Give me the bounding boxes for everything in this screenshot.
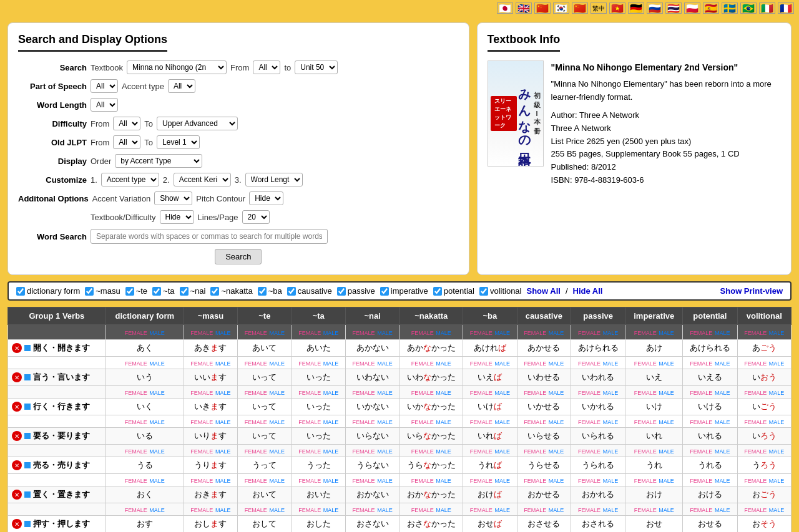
flag-th[interactable]: 🇹🇭 [665,2,682,14]
search-button[interactable]: Search [215,249,262,264]
checkbox-dictionary-form[interactable]: dictionary form [16,286,80,296]
cell-te: いって [238,428,292,445]
jlpt-to-select[interactable]: Level 1 [157,135,200,149]
additional-row: Additonal Options Accent Variation Show … [18,191,459,205]
textbook-publisher: Three A Network [551,122,781,135]
checkbox-bar: dictionary form ~masu ~te ~ta ~nai ~naka… [7,281,792,301]
remove-row-button[interactable]: ✕ [12,372,22,382]
col-group: Group 1 Verbs [8,307,106,325]
checkbox-potential[interactable]: potential [433,286,474,296]
col-nakatta: ~nakatta [400,307,463,325]
flag-de[interactable]: 🇩🇪 [628,2,644,14]
flag-kr[interactable]: 🇰🇷 [553,2,569,14]
textbook-desc: "Minna No Nihongo Elementary" has been r… [551,78,781,104]
table-row-gender: FEMALE MALEFEMALE MALEFEMALE MALEFEMALE … [8,445,792,457]
pos-label: Part of Speech [18,82,87,91]
verb-table: Group 1 Verbs dictionary form ~masu ~te … [7,307,792,532]
tb-diff-select[interactable]: Hide [160,210,194,224]
flag-fr[interactable]: 🇫🇷 [778,2,794,14]
flag-se[interactable]: 🇸🇪 [722,2,738,14]
remove-row-button[interactable]: ✕ [12,431,22,441]
word-search-row: Word Search [18,229,459,244]
flag-pl[interactable]: 🇵🇱 [684,2,700,14]
checkbox-volitional[interactable]: volitional [479,286,522,296]
cell-ta: おいた [292,486,345,503]
cell-te: あいて [238,340,292,357]
checkbox-nai[interactable]: ~nai [180,286,206,296]
diff-from-select[interactable]: All [113,117,140,130]
flag-tw[interactable]: 繁中 [591,2,607,14]
show-print-link[interactable]: Show Print-view [720,286,783,296]
cell-dict: いう [105,369,184,386]
cust3-select[interactable]: Word Lengt [245,173,303,186]
checkbox-ba[interactable]: ~ba [258,286,282,296]
cell-ta: いった [292,399,345,415]
verb-table-body: ✕ 開く・開きます あくあきますあいてあいたあかないあかなかったあければあかせる… [8,340,792,533]
flag-cn2[interactable]: 🇨🇳 [572,2,588,14]
cell-passive: いかれる [571,399,625,415]
cell-nai: おさない [345,516,399,533]
checkbox-ta[interactable]: ~ta [152,286,174,296]
word-search-label: Word Search [18,232,87,241]
remove-row-button[interactable]: ✕ [12,519,22,529]
order-label: Order [91,157,111,166]
word-length-select[interactable]: All [91,98,118,112]
remove-row-button[interactable]: ✕ [12,460,22,470]
flag-vn[interactable]: 🇻🇳 [609,2,625,14]
jlpt-from-select[interactable]: All [113,135,140,149]
checkbox-te[interactable]: ~te [125,286,147,296]
cust-1-label: 1. [91,175,97,185]
table-row-gender: FEMALE MALEFEMALE MALEFEMALE MALEFEMALE … [8,503,792,516]
cust1-select[interactable]: Accent type [101,173,159,186]
checkbox-imperative[interactable]: imperative [380,286,428,296]
flag-gb[interactable]: 🇬🇧 [516,2,532,14]
word-search-input[interactable] [91,229,328,244]
additional-label: Additonal Options [18,194,89,203]
flag-br[interactable]: 🇧🇷 [740,2,757,14]
checkbox-passive[interactable]: passive [337,286,375,296]
flag-it[interactable]: 🇮🇹 [759,2,775,14]
flag-jp[interactable]: 🇯🇵 [497,2,513,14]
remove-row-button[interactable]: ✕ [12,402,22,412]
checkbox-masu[interactable]: ~masu [85,286,120,296]
accent-type-label: Accent type [122,82,164,91]
row-indicator [24,521,31,527]
accent-var-select[interactable]: Show [154,191,192,205]
remove-row-button[interactable]: ✕ [12,490,22,500]
cell-dict: おす [105,516,184,533]
pitch-select[interactable]: Hide [249,191,283,205]
cell-ta: おした [292,516,345,533]
show-all-link[interactable]: Show All [527,286,561,296]
pos-select[interactable]: All [91,79,118,93]
diff-to-select[interactable]: Upper Advanced [157,117,238,130]
accent-type-select[interactable]: All [168,79,195,93]
checkbox-causative[interactable]: causative [287,286,332,296]
hide-all-link[interactable]: Hide All [573,286,603,296]
lines-select[interactable]: 20 [242,210,270,224]
cell-nai: いらない [345,428,399,445]
from-select[interactable]: All [253,60,280,74]
verb-group-label: 売る・売ります [33,460,90,471]
cell-ba: あければ [463,340,517,357]
flag-ru[interactable]: 🇷🇺 [647,2,663,14]
col-te: ~te [238,307,292,325]
cust2-select[interactable]: Accent Keri [174,173,231,186]
flag-cn[interactable]: 🇨🇳 [534,2,551,14]
remove-row-button[interactable]: ✕ [12,343,22,353]
cell-imperative: いれ [625,428,683,445]
cell-volitional: いごう [737,399,792,415]
cell-nakatta: いかなかった [400,399,463,415]
cell-potential: あけられる [683,340,737,357]
flag-es[interactable]: 🇪🇸 [703,2,719,14]
cell-causative: いわせる [517,369,571,386]
checkbox-nakatta[interactable]: ~nakatta [210,286,252,296]
order-select[interactable]: by Accent Type [115,154,202,168]
cell-masu: うります [184,457,237,474]
verb-group-label: 開く・開きます [33,342,90,354]
cell-imperative: おけ [625,486,683,503]
cell-te: いって [238,399,292,415]
textbook-select[interactable]: Minna no Nihongo (2n [127,60,227,74]
cell-volitional: うろう [737,457,792,474]
to-label: to [284,63,291,72]
to-select[interactable]: Unit 50 [295,60,338,74]
